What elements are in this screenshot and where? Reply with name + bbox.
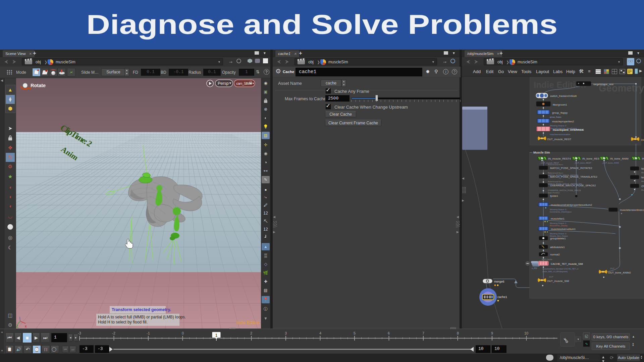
svg-text:normal2: normal2 xyxy=(550,253,560,256)
svg-text:cache1: cache1 xyxy=(497,295,507,299)
svg-text:Refere: Refere xyxy=(641,189,644,191)
svg-text:OUT_muscle_REST: OUT_muscle_REST xyxy=(547,138,572,141)
svg-text:◀: ◀ xyxy=(462,177,464,180)
svg-text:group_floppy: group_floppy xyxy=(550,116,561,118)
svg-text:group_floppy: group_floppy xyxy=(552,111,568,114)
svg-text:Rotate: Rotate xyxy=(31,83,46,88)
svg-text:muscletethers_blended CACHE_TE: muscletethers_blended CACHE_TET_m xyxy=(542,268,579,270)
svg-text:MuscleFlex_Display: MuscleFlex_Display xyxy=(550,225,568,227)
svg-text:OUT_muscle_SIM: OUT_muscle_SIM xyxy=(547,280,569,283)
svg-text:switch_frankenOrMulti: switch_frankenOrMulti xyxy=(550,95,577,98)
svg-text:muscletensionvisualize: muscletensionvisualize xyxy=(550,133,571,135)
svg-text:n_FIN: n_FIN xyxy=(532,267,537,269)
svg-text:OUT_bone_ANIM2: OUT_bone_ANIM2 xyxy=(608,271,631,274)
svg-text:cam_SIM: cam_SIM xyxy=(236,81,250,85)
svg-text:OUT: OUT xyxy=(549,276,553,278)
svg-text:Hold A to select full (MMB) or: Hold A to select full (MMB) or partial (… xyxy=(98,315,186,319)
svg-text:targetshape_rest: targetshape_rest xyxy=(593,83,614,86)
svg-text:fibergroom1: fibergroom1 xyxy=(553,103,567,106)
svg-text:OUT: OUT xyxy=(610,267,614,269)
svg-text:muscleproperties2: muscleproperties2 xyxy=(552,120,574,123)
svg-text:_OUT_bone_ANIM: _OUT_bone_ANIM xyxy=(601,162,619,164)
svg-text:Start Position: Start Position xyxy=(548,192,560,194)
svg-text:IN_muscle_REST4: IN_muscle_REST4 xyxy=(548,157,571,160)
svg-text:OVER: OVER xyxy=(641,185,644,188)
svg-text:Showing Output: 0: Showing Output: 0 xyxy=(550,125,567,127)
svg-text:Transform selected geometry.: Transform selected geometry. xyxy=(112,307,171,312)
svg-text:muscleconstraintpropertiesvell: muscleconstraintpropertiesvellum2 xyxy=(551,203,592,206)
svg-text:Hold H to select by flood fill: Hold H to select by flood fill. xyxy=(98,320,148,324)
svg-text:MATCH_POSE_SPACE_TRANSLATE2: MATCH_POSE_SPACE_TRANSLATE2 xyxy=(550,175,597,178)
svg-text:Indie Edition: Indie Edition xyxy=(236,320,260,325)
svg-text:SOP Cache: SOP Cache xyxy=(542,258,552,260)
svg-text:Showing Output: 0: Showing Output: 0 xyxy=(550,233,567,235)
svg-text:Refere: Refere xyxy=(641,172,644,174)
svg-text:IN: IN xyxy=(642,157,644,160)
svg-text:groupdelete1: groupdelete1 xyxy=(550,237,566,240)
svg-text:_OUT_bone_REST: _OUT_bone_REST xyxy=(574,162,591,164)
svg-text:Showing Output: 0: Showing Output: 0 xyxy=(550,208,567,210)
svg-text:OVERRIDE_MATCH_POSE_SPACE: OVERRIDE_MATCH_POSE_SPACE xyxy=(548,189,581,191)
svg-text:1: 1 xyxy=(215,333,218,338)
svg-text:Showing Output: 1: Showing Output: 1 xyxy=(550,222,567,224)
svg-text:Muscle Sim: Muscle Sim xyxy=(533,151,550,154)
svg-text:OVERRIDE_MATCH_POSE_SPACE2: OVERRIDE_MATCH_POSE_SPACE2 xyxy=(550,184,596,187)
svg-text:OU: OU xyxy=(641,138,644,141)
svg-text:MATC: MATC xyxy=(641,167,644,170)
svg-text:tpose1: tpose1 xyxy=(550,194,558,197)
svg-text:▶: ▶ xyxy=(462,199,464,202)
svg-text:uscle_SIM_v1 [JFKdegrees]: uscle_SIM_v1 [JFKdegrees] xyxy=(542,270,568,273)
svg-text:CACHE_TET_muscle_SIM: CACHE_TET_muscle_SIM xyxy=(551,262,583,265)
svg-text:musclefan1: musclefan1 xyxy=(551,217,565,220)
svg-text:musclepaint_OVERRIDE: musclepaint_OVERRIDE xyxy=(553,128,584,131)
svg-text:Refere: Refere xyxy=(641,180,644,182)
svg-text:attribdelete1: attribdelete1 xyxy=(550,246,565,249)
svg-text:Referenced from:: Referenced from: xyxy=(548,164,564,166)
svg-text:muscletensionlines1: muscletensionlines1 xyxy=(620,208,644,212)
svg-text:MATCH_POSE_SPACE_ROTATE2: MATCH_POSE_SPACE_ROTATE2 xyxy=(550,167,592,170)
svg-text:merge6: merge6 xyxy=(494,280,504,283)
svg-text:MASS: MASS xyxy=(641,176,644,179)
svg-text:Constraints_ViewOutput: Constraints_ViewOutput xyxy=(550,211,572,213)
svg-text:Z: Z xyxy=(16,324,18,328)
svg-text:Referenced from:: Referenced from: xyxy=(548,181,564,183)
svg-text:Referenced from:: Referenced from: xyxy=(548,172,564,174)
svg-text:musclesolvervellum1: musclesolvervellum1 xyxy=(551,228,576,231)
svg-text:x: x xyxy=(25,324,27,328)
svg-text:Persp: Persp xyxy=(218,81,229,86)
svg-text:IN_bone_ANIM: IN_bone_ANIM xyxy=(610,157,629,160)
